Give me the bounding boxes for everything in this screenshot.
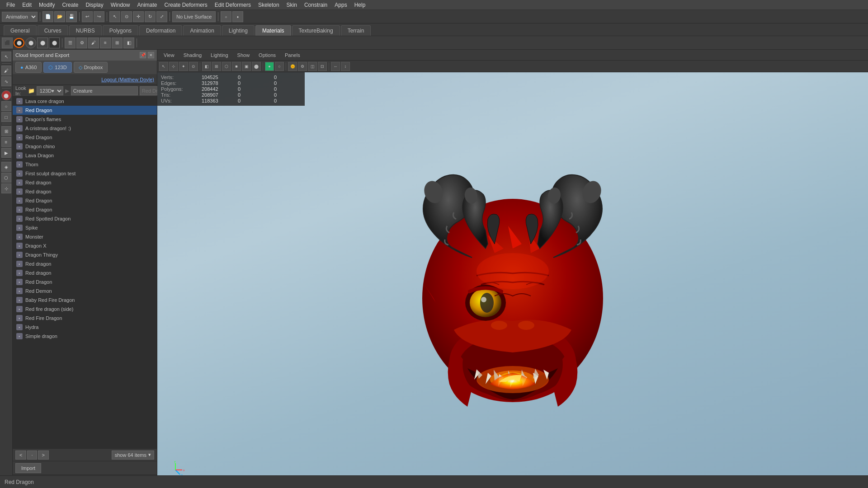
123d-tab[interactable]: ⬡ 123D [43,62,71,73]
vp-btn-6[interactable]: ⊞ [212,62,221,71]
material-tool[interactable]: ◈ [1,162,11,172]
file-item[interactable]: ▪Simple dragon [13,332,157,341]
tab-deformation[interactable]: Deformation [139,25,182,36]
lasso-btn[interactable]: ⊙ [121,11,132,22]
vp-btn-12[interactable]: ○ [275,62,284,71]
tab-general[interactable]: General [4,25,37,36]
layer-tool[interactable]: ≡ [1,137,11,147]
red-tool[interactable]: ⬤ [1,90,11,100]
no-live-surface-btn[interactable]: No Live Surface [172,11,216,22]
file-item[interactable]: ▪Spike [13,223,157,232]
file-item[interactable]: ▪Red dragon [13,259,157,268]
vp-btn-4[interactable]: ⊙ [189,62,198,71]
tab-nurbs[interactable]: NURBS [69,25,102,36]
texture-tool[interactable]: ⬡ [1,173,11,183]
open-btn[interactable]: 📂 [54,11,65,22]
menu-modify[interactable]: Modify [35,1,58,9]
current-folder-input[interactable] [71,86,138,95]
icon-tb-9[interactable]: ≡ [100,38,111,48]
file-item[interactable]: ▪Dragon's flames [13,115,157,124]
menu-window[interactable]: Window [107,1,134,9]
logout-text[interactable]: Logout (Matthew Doyle) [101,77,154,82]
file-item[interactable]: ▪Red Demon [13,286,157,296]
file-item[interactable]: ▪Baby Red Fire Dragon [13,296,157,305]
menu-display[interactable]: Display [82,1,107,9]
tab-lighting[interactable]: Lighting [222,25,255,36]
file-item[interactable]: ▪Monster [13,232,157,241]
tab-texturebaking[interactable]: TextureBaking [292,25,340,36]
menu-animate[interactable]: Animate [133,1,160,9]
file-item[interactable]: ▪Dragon Thingy [13,250,157,259]
icon-tb-3[interactable]: ⬤ [25,38,36,48]
vp-btn-10[interactable]: ⬤ [252,62,261,71]
vp-btn-16[interactable]: ⊡ [318,62,327,71]
file-item[interactable]: ▪Hydra [13,323,157,332]
vp-btn-3[interactable]: ✦ [179,62,188,71]
select-btn[interactable]: ↖ [109,11,120,22]
file-item[interactable]: ▪Red Dragon [13,106,157,115]
menu-edit-deformers[interactable]: Edit Deformers [211,1,255,9]
panels-menu[interactable]: Panels [281,52,304,59]
select-tool[interactable]: ↖ [1,52,11,61]
rotate-btn[interactable]: ↻ [145,11,156,22]
file-item[interactable]: ▪Red Dragon [13,196,157,205]
tab-animation[interactable]: Animation [183,25,221,36]
menu-skin[interactable]: Skin [283,1,301,9]
vp-btn-1[interactable]: ↖ [159,62,168,71]
lighting-menu[interactable]: Lighting [207,52,232,59]
vp-btn-7[interactable]: ⬡ [222,62,231,71]
file-item[interactable]: ▪Dragon chino [13,142,157,151]
undo-btn[interactable]: ↩ [82,11,93,22]
a360-tab[interactable]: ● A360 [15,62,42,73]
menu-create-deformers[interactable]: Create Deformers [160,1,211,9]
file-item[interactable]: ▪Red Fire Dragon [13,314,157,323]
tab-curves[interactable]: Curves [38,25,68,36]
vp-btn-8[interactable]: ■ [232,62,241,71]
panel-pin-btn[interactable]: 📌 [140,52,146,58]
vp-btn-17[interactable]: ↔ [331,62,340,71]
file-item[interactable]: ▪Red dragon [13,268,157,277]
keyframe2-btn[interactable]: ⬧ [232,11,243,22]
render-tool[interactable]: ▶ [1,148,11,158]
menu-file[interactable]: File [3,1,19,9]
icon-tb-11[interactable]: ◧ [123,38,134,48]
view-menu[interactable]: View [160,52,178,59]
file-item[interactable]: ▪Red Spotted Dragon [13,214,157,223]
menu-create[interactable]: Create [58,1,82,9]
cube-tool[interactable]: □ [1,112,11,122]
menu-constrain[interactable]: Constrain [301,1,331,9]
options-menu[interactable]: Options [255,52,279,59]
save-btn[interactable]: 💾 [66,11,77,22]
file-item[interactable]: ▪First sculpt dragon test [13,169,157,178]
path-select[interactable]: 123D▾ [37,86,63,95]
curve-tool[interactable]: ∿ [1,76,11,86]
tab-terrain[interactable]: Terrain [341,25,371,36]
file-item[interactable]: ▪Lava core dragon [13,97,157,106]
show-menu[interactable]: Show [234,52,254,59]
sphere-tool[interactable]: ○ [1,101,11,111]
menu-help[interactable]: Help [351,1,369,9]
move-btn[interactable]: ✛ [133,11,144,22]
file-item[interactable]: ▪Red Dragon [13,133,157,142]
icon-tb-6[interactable]: ☰ [65,38,75,48]
scale-btn[interactable]: ⤢ [156,11,167,22]
mode-select[interactable]: Animation Modeling Rigging [2,12,38,22]
file-item[interactable]: ▪Red Dragon [13,277,157,286]
icon-tb-10[interactable]: ⊞ [112,38,123,48]
redo-btn[interactable]: ↪ [94,11,104,22]
tab-polygons[interactable]: Polygons [103,25,138,36]
file-item[interactable]: ▪Red dragon [13,178,157,187]
menu-edit[interactable]: Edit [19,1,35,9]
icon-tb-1[interactable]: ⬛ [2,38,13,48]
vp-btn-9[interactable]: ▣ [242,62,251,71]
import-button[interactable]: Import [15,463,41,473]
icon-tb-2[interactable]: ⬤ [14,38,24,48]
next-page-btn[interactable]: > [38,450,49,460]
menu-skeleton[interactable]: Skeleton [255,1,283,9]
panel-close-btn[interactable]: ✕ [148,52,154,58]
dropbox-tab[interactable]: ◇ Dropbox [74,62,108,73]
keyframe-btn[interactable]: ⬦ [221,11,231,22]
vp-btn-5[interactable]: ◧ [202,62,211,71]
new-scene-btn[interactable]: 📄 [42,11,53,22]
grid-tool[interactable]: ⊞ [1,126,11,136]
